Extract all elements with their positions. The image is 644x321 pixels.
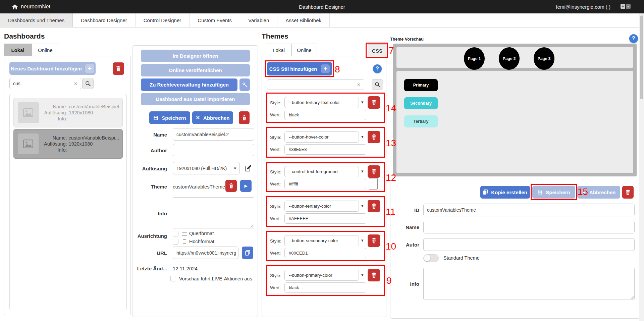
delete-dashboard-button[interactable] <box>113 62 124 75</box>
chevron-down-icon[interactable]: ▾ <box>361 272 364 277</box>
chevron-down-icon[interactable]: ▾ <box>361 134 364 139</box>
author-input[interactable] <box>173 144 254 156</box>
preview-primary-button[interactable]: Primary <box>404 79 438 91</box>
css-style-row: Style: --button-tertiary-color ▾ Wert: #… <box>266 196 385 227</box>
delete-style-button[interactable] <box>368 269 380 281</box>
css-style-row: Style: --button-hover-color ▾ Wert: #38E… <box>266 127 385 158</box>
dashboards-tab-online[interactable]: Online <box>32 44 59 56</box>
autor-input[interactable] <box>423 238 635 251</box>
delete-style-button[interactable] <box>368 165 380 178</box>
delete-theme-button[interactable] <box>225 180 237 192</box>
tab-dashboard-designer[interactable]: Dashboard Designer <box>73 13 136 27</box>
portrait-checkbox[interactable] <box>173 239 178 245</box>
tab-dashboards-und-themes[interactable]: Dashboards und Themes <box>0 13 73 27</box>
wert-input[interactable]: black <box>284 282 366 293</box>
css-search-button[interactable] <box>372 79 383 90</box>
dashboard-search-input[interactable]: cus ✕ <box>9 78 81 89</box>
themes-tab-css[interactable]: CSS <box>368 44 386 57</box>
preview-tertiary-button[interactable]: Tertiary <box>404 115 438 127</box>
themes-tab-lokal[interactable]: Lokal <box>266 44 291 56</box>
resize-handle[interactable] <box>250 224 253 227</box>
style-select[interactable]: --button-tertiary-text-color <box>284 97 359 108</box>
edit-icon <box>244 164 252 172</box>
resize-handle[interactable] <box>630 296 634 299</box>
preview-page-3[interactable]: Page 3 <box>534 47 554 70</box>
x-icon: ✕ <box>196 115 200 121</box>
dashboard-list-item-selected[interactable]: Name:customVariableBeispi... Auflösung:1… <box>13 129 123 159</box>
chevron-down-icon[interactable]: ▾ <box>361 203 364 208</box>
item-name-label: Name: <box>44 104 67 109</box>
style-select[interactable]: --button-secondary-color <box>284 235 359 246</box>
copy-url-button[interactable] <box>242 247 253 259</box>
url-input[interactable]: https://hn0vweb001.insynerg <box>173 247 238 259</box>
live-actions-checkbox[interactable] <box>170 276 176 281</box>
landscape-checkbox[interactable] <box>173 231 178 236</box>
chevron-down-icon[interactable]: ▾ <box>361 100 364 105</box>
cancel-dashboard-button[interactable]: ✕Abbrechen <box>192 111 233 124</box>
standard-theme-toggle[interactable] <box>423 254 439 262</box>
clear-search-icon[interactable]: ✕ <box>74 81 77 86</box>
add-css-style-button[interactable]: CSS Stil hinzufügen + <box>267 62 332 75</box>
delete-style-button[interactable] <box>368 131 380 143</box>
preview-secondary-button[interactable]: Secondary <box>404 97 438 109</box>
color-swatch[interactable] <box>369 178 378 190</box>
preview-page-1[interactable]: Page 1 <box>464 47 485 70</box>
style-select[interactable]: --button-tertiary-color <box>284 201 359 212</box>
name-input[interactable]: customVariableBeispiel.2 <box>173 128 254 141</box>
wert-input[interactable]: #ffffff <box>284 179 366 189</box>
clear-search-icon[interactable]: ✕ <box>357 82 361 87</box>
theme-name-input[interactable] <box>423 221 635 233</box>
wert-input[interactable]: black <box>284 110 366 120</box>
tab-variablen[interactable]: Variablen <box>240 13 277 27</box>
delete-dashboard-editor-button[interactable] <box>239 111 250 124</box>
scrollbar-thumb[interactable] <box>640 15 643 99</box>
style-select[interactable]: --button-primary-color <box>284 270 359 281</box>
chevron-down-icon: ▾ <box>234 166 236 171</box>
portrait-icon <box>183 239 186 244</box>
save-dashboard-button[interactable]: Speichern <box>149 111 190 124</box>
tab-custom-events[interactable]: Custom Events <box>190 13 240 27</box>
dashboard-list-item[interactable]: Name:customVariableBeispiel Auflösung:19… <box>13 98 123 127</box>
css-search-input[interactable]: ✕ <box>267 79 364 90</box>
resolution-select[interactable]: 1920x1080 (Full HD/2K) ▾ <box>173 162 240 174</box>
tab-control-designer[interactable]: Control Designer <box>136 13 190 27</box>
style-select[interactable]: --control-text-foreground <box>284 166 359 177</box>
wert-input[interactable]: #38E5E8 <box>284 144 366 155</box>
chevron-down-icon[interactable]: ▾ <box>361 238 364 243</box>
user-email[interactable]: femi@insynergie.com ( ) <box>556 0 610 13</box>
edit-resolution-button[interactable] <box>243 164 253 173</box>
css-style-row: Style: --button-secondary-color ▾ Wert: … <box>266 231 385 261</box>
dashboards-title: Dashboards <box>4 32 45 40</box>
delete-style-button[interactable] <box>368 200 380 212</box>
publish-online-button[interactable]: Online veröffentlichen <box>141 64 250 76</box>
import-dashboard-button[interactable]: Dashboard aus Datei importieren <box>141 93 250 105</box>
theme-info-textarea[interactable] <box>423 268 635 300</box>
language-icon[interactable]: Aa <box>621 4 631 9</box>
chevron-down-icon[interactable]: ▾ <box>361 169 364 174</box>
trash-icon <box>242 115 247 120</box>
preview-page-2[interactable]: Page 2 <box>499 47 520 70</box>
search-button[interactable] <box>82 78 94 89</box>
open-in-designer-button[interactable]: Im Designer öffnen <box>141 50 250 62</box>
themes-tab-online[interactable]: Online <box>291 44 317 56</box>
page-scrollbar[interactable] <box>639 13 644 321</box>
wert-input[interactable]: #AFEEEE <box>284 213 366 224</box>
create-copy-button[interactable]: Kopie erstellen <box>480 186 530 199</box>
delete-theme-form-button[interactable] <box>622 186 634 199</box>
delete-style-button[interactable] <box>368 234 380 247</box>
info-textarea[interactable] <box>173 197 254 228</box>
add-to-rights-button[interactable]: Zu Rechteverwaltung hinzufügen <box>141 78 237 91</box>
id-input[interactable]: customVariablesTheme <box>423 204 635 216</box>
style-select[interactable]: --button-hover-color <box>284 131 359 143</box>
themes-help-icon[interactable]: ? <box>373 64 382 73</box>
dashboards-tab-lokal[interactable]: Lokal <box>4 44 32 56</box>
apply-theme-button[interactable]: ▶ <box>240 180 252 192</box>
trash-icon <box>371 100 377 105</box>
add-dashboard-button[interactable]: Neues Dashboard hinzufügen + <box>9 62 96 75</box>
save-theme-button[interactable]: Speichern <box>532 186 575 199</box>
preview-help-icon[interactable]: ? <box>629 34 638 43</box>
tab-asset-bibliothek[interactable]: Asset Bibliothek <box>277 13 330 27</box>
wert-input[interactable]: #00CED1 <box>284 248 366 258</box>
key-button[interactable] <box>239 78 250 91</box>
delete-style-button[interactable] <box>368 96 380 109</box>
